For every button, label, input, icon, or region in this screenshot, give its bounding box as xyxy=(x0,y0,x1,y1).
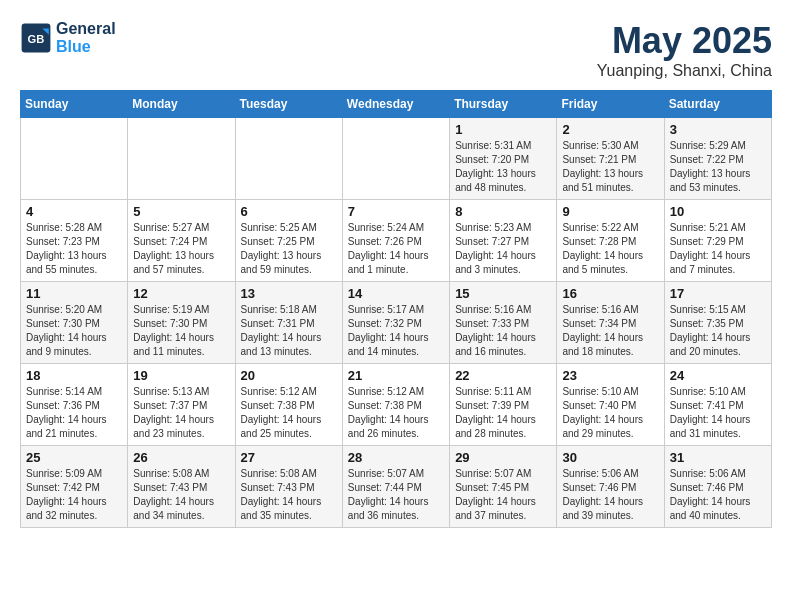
calendar-cell: 24Sunrise: 5:10 AMSunset: 7:41 PMDayligh… xyxy=(664,364,771,446)
logo-text: General Blue xyxy=(56,20,116,56)
day-info: Sunrise: 5:07 AMSunset: 7:44 PMDaylight:… xyxy=(348,467,444,523)
day-info: Sunrise: 5:19 AMSunset: 7:30 PMDaylight:… xyxy=(133,303,229,359)
day-number: 31 xyxy=(670,450,766,465)
calendar-week-1: 1Sunrise: 5:31 AMSunset: 7:20 PMDaylight… xyxy=(21,118,772,200)
day-info: Sunrise: 5:15 AMSunset: 7:35 PMDaylight:… xyxy=(670,303,766,359)
calendar-cell: 29Sunrise: 5:07 AMSunset: 7:45 PMDayligh… xyxy=(450,446,557,528)
day-info: Sunrise: 5:06 AMSunset: 7:46 PMDaylight:… xyxy=(562,467,658,523)
logo-icon: GB xyxy=(20,22,52,54)
day-number: 5 xyxy=(133,204,229,219)
calendar-cell: 20Sunrise: 5:12 AMSunset: 7:38 PMDayligh… xyxy=(235,364,342,446)
day-info: Sunrise: 5:22 AMSunset: 7:28 PMDaylight:… xyxy=(562,221,658,277)
logo: GB General Blue xyxy=(20,20,116,56)
day-number: 11 xyxy=(26,286,122,301)
day-info: Sunrise: 5:14 AMSunset: 7:36 PMDaylight:… xyxy=(26,385,122,441)
day-number: 21 xyxy=(348,368,444,383)
day-info: Sunrise: 5:29 AMSunset: 7:22 PMDaylight:… xyxy=(670,139,766,195)
day-info: Sunrise: 5:10 AMSunset: 7:40 PMDaylight:… xyxy=(562,385,658,441)
calendar-title: May 2025 xyxy=(597,20,772,62)
header-wednesday: Wednesday xyxy=(342,91,449,118)
calendar-cell: 25Sunrise: 5:09 AMSunset: 7:42 PMDayligh… xyxy=(21,446,128,528)
calendar-cell xyxy=(235,118,342,200)
header-friday: Friday xyxy=(557,91,664,118)
day-info: Sunrise: 5:12 AMSunset: 7:38 PMDaylight:… xyxy=(348,385,444,441)
day-number: 9 xyxy=(562,204,658,219)
calendar-cell: 12Sunrise: 5:19 AMSunset: 7:30 PMDayligh… xyxy=(128,282,235,364)
day-number: 14 xyxy=(348,286,444,301)
day-info: Sunrise: 5:13 AMSunset: 7:37 PMDaylight:… xyxy=(133,385,229,441)
day-info: Sunrise: 5:18 AMSunset: 7:31 PMDaylight:… xyxy=(241,303,337,359)
calendar-cell: 5Sunrise: 5:27 AMSunset: 7:24 PMDaylight… xyxy=(128,200,235,282)
day-info: Sunrise: 5:08 AMSunset: 7:43 PMDaylight:… xyxy=(133,467,229,523)
svg-text:GB: GB xyxy=(28,33,45,45)
calendar-cell: 8Sunrise: 5:23 AMSunset: 7:27 PMDaylight… xyxy=(450,200,557,282)
day-number: 30 xyxy=(562,450,658,465)
day-number: 15 xyxy=(455,286,551,301)
day-info: Sunrise: 5:06 AMSunset: 7:46 PMDaylight:… xyxy=(670,467,766,523)
calendar-cell: 30Sunrise: 5:06 AMSunset: 7:46 PMDayligh… xyxy=(557,446,664,528)
day-number: 3 xyxy=(670,122,766,137)
header-tuesday: Tuesday xyxy=(235,91,342,118)
calendar-week-5: 25Sunrise: 5:09 AMSunset: 7:42 PMDayligh… xyxy=(21,446,772,528)
day-number: 24 xyxy=(670,368,766,383)
day-info: Sunrise: 5:24 AMSunset: 7:26 PMDaylight:… xyxy=(348,221,444,277)
calendar-cell xyxy=(128,118,235,200)
title-block: May 2025 Yuanping, Shanxi, China xyxy=(597,20,772,80)
calendar-cell: 1Sunrise: 5:31 AMSunset: 7:20 PMDaylight… xyxy=(450,118,557,200)
day-info: Sunrise: 5:23 AMSunset: 7:27 PMDaylight:… xyxy=(455,221,551,277)
calendar-week-4: 18Sunrise: 5:14 AMSunset: 7:36 PMDayligh… xyxy=(21,364,772,446)
day-number: 18 xyxy=(26,368,122,383)
day-info: Sunrise: 5:27 AMSunset: 7:24 PMDaylight:… xyxy=(133,221,229,277)
day-info: Sunrise: 5:10 AMSunset: 7:41 PMDaylight:… xyxy=(670,385,766,441)
header-monday: Monday xyxy=(128,91,235,118)
day-info: Sunrise: 5:16 AMSunset: 7:33 PMDaylight:… xyxy=(455,303,551,359)
day-number: 17 xyxy=(670,286,766,301)
day-number: 19 xyxy=(133,368,229,383)
day-number: 12 xyxy=(133,286,229,301)
calendar-week-2: 4Sunrise: 5:28 AMSunset: 7:23 PMDaylight… xyxy=(21,200,772,282)
day-number: 16 xyxy=(562,286,658,301)
day-number: 10 xyxy=(670,204,766,219)
calendar-cell: 10Sunrise: 5:21 AMSunset: 7:29 PMDayligh… xyxy=(664,200,771,282)
day-info: Sunrise: 5:20 AMSunset: 7:30 PMDaylight:… xyxy=(26,303,122,359)
calendar-cell: 11Sunrise: 5:20 AMSunset: 7:30 PMDayligh… xyxy=(21,282,128,364)
day-number: 6 xyxy=(241,204,337,219)
calendar-cell: 6Sunrise: 5:25 AMSunset: 7:25 PMDaylight… xyxy=(235,200,342,282)
day-number: 20 xyxy=(241,368,337,383)
calendar-cell: 2Sunrise: 5:30 AMSunset: 7:21 PMDaylight… xyxy=(557,118,664,200)
calendar-cell: 9Sunrise: 5:22 AMSunset: 7:28 PMDaylight… xyxy=(557,200,664,282)
calendar-cell: 19Sunrise: 5:13 AMSunset: 7:37 PMDayligh… xyxy=(128,364,235,446)
calendar-week-3: 11Sunrise: 5:20 AMSunset: 7:30 PMDayligh… xyxy=(21,282,772,364)
calendar-cell: 23Sunrise: 5:10 AMSunset: 7:40 PMDayligh… xyxy=(557,364,664,446)
calendar-cell: 16Sunrise: 5:16 AMSunset: 7:34 PMDayligh… xyxy=(557,282,664,364)
day-number: 2 xyxy=(562,122,658,137)
day-info: Sunrise: 5:21 AMSunset: 7:29 PMDaylight:… xyxy=(670,221,766,277)
day-number: 1 xyxy=(455,122,551,137)
calendar-subtitle: Yuanping, Shanxi, China xyxy=(597,62,772,80)
day-number: 23 xyxy=(562,368,658,383)
day-number: 28 xyxy=(348,450,444,465)
day-info: Sunrise: 5:11 AMSunset: 7:39 PMDaylight:… xyxy=(455,385,551,441)
calendar-cell xyxy=(342,118,449,200)
day-number: 29 xyxy=(455,450,551,465)
calendar-cell: 27Sunrise: 5:08 AMSunset: 7:43 PMDayligh… xyxy=(235,446,342,528)
header-thursday: Thursday xyxy=(450,91,557,118)
day-info: Sunrise: 5:17 AMSunset: 7:32 PMDaylight:… xyxy=(348,303,444,359)
calendar-cell: 28Sunrise: 5:07 AMSunset: 7:44 PMDayligh… xyxy=(342,446,449,528)
calendar-cell: 4Sunrise: 5:28 AMSunset: 7:23 PMDaylight… xyxy=(21,200,128,282)
calendar-cell: 13Sunrise: 5:18 AMSunset: 7:31 PMDayligh… xyxy=(235,282,342,364)
calendar-cell: 14Sunrise: 5:17 AMSunset: 7:32 PMDayligh… xyxy=(342,282,449,364)
calendar-cell: 18Sunrise: 5:14 AMSunset: 7:36 PMDayligh… xyxy=(21,364,128,446)
calendar-table: SundayMondayTuesdayWednesdayThursdayFrid… xyxy=(20,90,772,528)
day-number: 7 xyxy=(348,204,444,219)
calendar-cell: 15Sunrise: 5:16 AMSunset: 7:33 PMDayligh… xyxy=(450,282,557,364)
day-info: Sunrise: 5:07 AMSunset: 7:45 PMDaylight:… xyxy=(455,467,551,523)
day-info: Sunrise: 5:30 AMSunset: 7:21 PMDaylight:… xyxy=(562,139,658,195)
header: GB General Blue May 2025 Yuanping, Shanx… xyxy=(20,20,772,80)
day-number: 4 xyxy=(26,204,122,219)
header-sunday: Sunday xyxy=(21,91,128,118)
day-number: 8 xyxy=(455,204,551,219)
calendar-cell: 31Sunrise: 5:06 AMSunset: 7:46 PMDayligh… xyxy=(664,446,771,528)
day-number: 13 xyxy=(241,286,337,301)
day-info: Sunrise: 5:28 AMSunset: 7:23 PMDaylight:… xyxy=(26,221,122,277)
